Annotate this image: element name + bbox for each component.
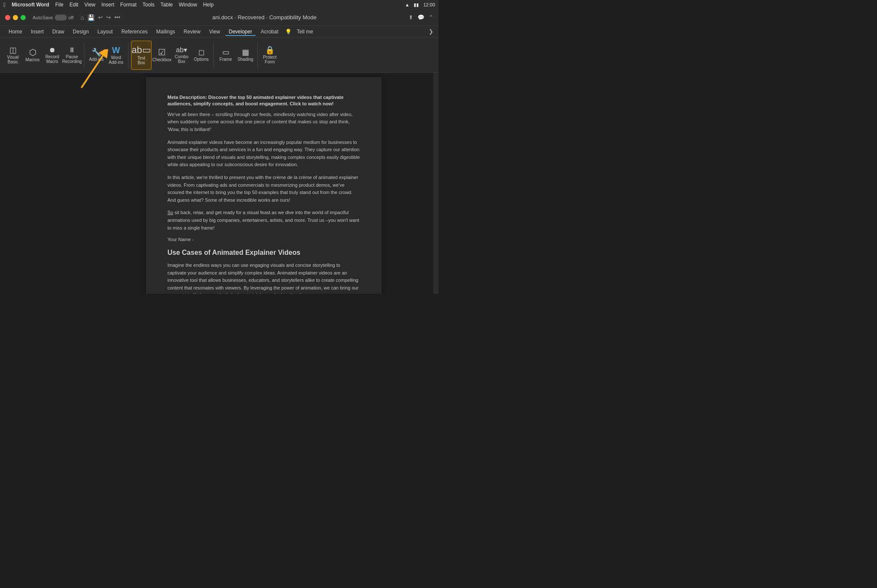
titlebar: AutoSave off ⌂ 💾 ↩ ↪ ••• ani.docx · Reco… <box>0 9 438 26</box>
menu-mailings[interactable]: Mailings <box>153 27 179 36</box>
ribbon-combo-box[interactable]: ab▾ ComboBox <box>172 42 191 69</box>
macros-label: Macros <box>26 57 40 62</box>
ribbon-pause-recording[interactable]: ⏸ PauseRecording <box>63 42 81 69</box>
doc-para-2: Animated explainer videos have become an… <box>167 139 360 169</box>
word-menubar: Home Insert Draw Design Layout Reference… <box>0 26 438 38</box>
expand-icon[interactable]: ❯ <box>429 28 433 35</box>
ribbon-protect-form[interactable]: 🔒 ProtectForm <box>260 42 279 69</box>
combo-box-label: ComboBox <box>175 54 188 64</box>
apple-logo-icon:  <box>3 1 6 8</box>
redo-icon[interactable]: ↪ <box>106 14 111 21</box>
ribbon-text-box[interactable]: ab▭ TextBox <box>131 41 152 70</box>
home-icon[interactable]: ⌂ <box>81 14 84 21</box>
doc-author: Your Name - <box>167 237 360 242</box>
word-add-ins-label: WordAdd-ins <box>109 55 123 65</box>
combo-box-icon: ab▾ <box>176 47 187 54</box>
main-area: Meta Description: Discover the top 50 an… <box>0 73 438 294</box>
ribbon-visual-basic[interactable]: ◫ VisualBasic <box>3 42 22 69</box>
macos-menu-insert[interactable]: Insert <box>101 2 114 8</box>
options-label: Options <box>194 57 209 62</box>
autosave-label: AutoSave <box>33 15 53 20</box>
macos-menu-help[interactable]: Help <box>203 2 214 8</box>
ribbon-sep-3 <box>213 42 214 68</box>
checkbox-icon: ☑ <box>158 48 166 57</box>
battery-icon: ▮▮ <box>414 2 419 8</box>
add-ins-icon: 🔧 <box>92 48 101 56</box>
ribbon-toggle-icon[interactable]: ⌃ <box>429 14 433 21</box>
macos-menu-format[interactable]: Format <box>120 2 137 8</box>
doc-para-3: In this article, we're thrilled to prese… <box>167 174 360 204</box>
word-add-ins-icon: W <box>112 46 120 54</box>
titlebar-right-icons: ⬆ 💬 ⌃ <box>409 14 433 21</box>
menu-acrobat[interactable]: Acrobat <box>257 27 282 36</box>
ribbon-record-macro[interactable]: ⏺ RecordMacro <box>43 42 62 69</box>
menu-draw[interactable]: Draw <box>49 27 68 36</box>
macos-menu-file[interactable]: File <box>55 2 63 8</box>
macos-menu-view[interactable]: View <box>84 2 95 8</box>
document-container[interactable]: Meta Description: Discover the top 50 an… <box>94 73 433 294</box>
menu-review[interactable]: Review <box>180 27 204 36</box>
shading-label: Shading <box>238 57 254 62</box>
menu-design[interactable]: Design <box>69 27 92 36</box>
ribbon: ◫ VisualBasic ⬡ Macros ⏺ RecordMacro ⏸ P… <box>0 38 438 73</box>
pause-recording-label: PauseRecording <box>62 54 82 64</box>
save-icon[interactable]: 💾 <box>87 14 95 21</box>
time-display: 12:00 <box>423 2 435 7</box>
more-icon[interactable]: ••• <box>114 14 120 21</box>
menu-tell-me[interactable]: Tell me <box>293 27 316 36</box>
doc-para-4: So sit back, relax, and get ready for a … <box>167 209 360 232</box>
autosave-area: AutoSave off <box>33 15 74 21</box>
doc-section-title: Use Cases of Animated Explainer Videos <box>167 249 360 257</box>
lightbulb-icon: 💡 <box>285 29 292 35</box>
macos-right-icons: ▲ ▮▮ 12:00 <box>405 2 435 8</box>
ribbon-add-ins[interactable]: 🔧 Add-ins <box>87 42 106 69</box>
macos-menu-window[interactable]: Window <box>179 2 197 8</box>
macos-menu-table[interactable]: Table <box>161 2 173 8</box>
record-macro-label: RecordMacro <box>45 54 59 64</box>
menu-insert[interactable]: Insert <box>27 27 47 36</box>
ribbon-shading[interactable]: ▦ Shading <box>236 42 255 69</box>
share-icon[interactable]: ⬆ <box>409 14 413 21</box>
macos-menu-microsoft-word[interactable]: Microsoft Word <box>12 2 49 8</box>
macos-menu-edit[interactable]: Edit <box>69 2 78 8</box>
ribbon-sep-4 <box>257 42 258 68</box>
comments-icon[interactable]: 💬 <box>418 14 424 21</box>
checkbox-label: Checkbox <box>152 57 171 62</box>
ribbon-options[interactable]: ◻ Options <box>192 42 211 69</box>
visual-basic-icon: ◫ <box>9 46 17 54</box>
traffic-lights <box>5 15 26 20</box>
left-sidebar <box>0 73 94 294</box>
menu-home[interactable]: Home <box>5 27 26 36</box>
pause-recording-icon: ⏸ <box>69 47 75 54</box>
ribbon-word-add-ins[interactable]: W WordAdd-ins <box>107 42 125 69</box>
underline-so: So <box>167 210 173 215</box>
menu-view[interactable]: View <box>206 27 224 36</box>
macos-menu-tools[interactable]: Tools <box>143 2 155 8</box>
doc-meta-description: Meta Description: Discover the top 50 an… <box>167 94 360 107</box>
autosave-toggle[interactable] <box>55 15 67 21</box>
ribbon-checkbox[interactable]: ☑ Checkbox <box>152 42 171 69</box>
doc-section-para-1: Imagine the endless ways you can use eng… <box>167 262 360 294</box>
doc-para-1: We've all been there – scrolling through… <box>167 111 360 134</box>
autosave-state: off <box>69 15 74 20</box>
maximize-button[interactable] <box>21 15 26 20</box>
menu-developer[interactable]: Developer <box>225 27 256 36</box>
ribbon-frame[interactable]: ▭ Frame <box>216 42 235 69</box>
macros-icon: ⬡ <box>29 48 36 57</box>
right-panel <box>433 73 438 294</box>
wifi-icon: ▲ <box>405 2 410 7</box>
text-box-label: TextBox <box>137 56 145 65</box>
menu-layout[interactable]: Layout <box>94 27 116 36</box>
ribbon-macros[interactable]: ⬡ Macros <box>23 42 42 69</box>
shading-icon: ▦ <box>242 48 249 56</box>
document-page: Meta Description: Discover the top 50 an… <box>146 77 382 294</box>
close-button[interactable] <box>5 15 10 20</box>
protect-form-label: ProtectForm <box>263 55 277 64</box>
frame-label: Frame <box>220 57 232 62</box>
minimize-button[interactable] <box>13 15 18 20</box>
visual-basic-label: VisualBasic <box>7 55 18 64</box>
ribbon-sep-2 <box>128 42 128 68</box>
undo-icon[interactable]: ↩ <box>98 14 103 21</box>
macos-menubar:  Microsoft Word File Edit View Insert F… <box>0 0 438 9</box>
menu-references[interactable]: References <box>118 27 151 36</box>
